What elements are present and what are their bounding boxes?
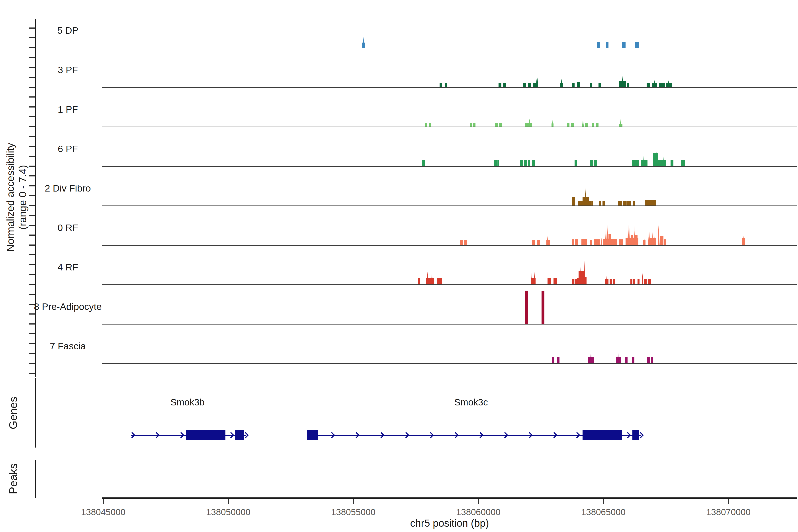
genes-bracket-line: [35, 378, 36, 448]
coverage-bar: [429, 123, 431, 127]
track-baseline: [102, 127, 797, 127]
coverage-bar: [627, 83, 629, 87]
gene-strand-arrow-icon: [452, 432, 459, 438]
coverage-bar: [584, 277, 587, 284]
gene-exon: [235, 430, 244, 440]
gene-strand-arrow-icon: [153, 432, 159, 438]
coverage-bar: [552, 119, 553, 127]
coverage-bar: [498, 83, 501, 87]
x-axis-tick-label: 138045000: [48, 507, 159, 518]
accessibility-axis-tick: [29, 234, 36, 235]
accessibility-axis-tick: [29, 294, 36, 295]
coverage-bar: [497, 160, 499, 166]
coverage-bar: [664, 240, 666, 245]
x-axis-tick-label: 138070000: [673, 507, 784, 518]
gene-strand-arrow-icon: [228, 432, 234, 438]
coverage-bar: [635, 235, 638, 245]
track-baseline: [102, 87, 797, 88]
coverage-bar: [528, 160, 530, 166]
gene-name-label: Smok3c: [404, 397, 537, 408]
coverage-bar: [629, 201, 631, 206]
coverage-bar: [658, 225, 660, 245]
coverage-bar: [644, 279, 647, 284]
accessibility-axis-tick: [29, 245, 36, 246]
gene-name-label: Smok3b: [121, 397, 254, 408]
coverage-bar: [592, 123, 594, 127]
coverage-bar: [591, 201, 593, 206]
accessibility-axis-tick: [29, 254, 36, 255]
coverage-bar: [633, 279, 634, 284]
coverage-bar: [567, 123, 569, 127]
accessibility-axis-tick: [29, 215, 36, 216]
accessibility-axis-tick: [29, 87, 36, 88]
x-axis-tick: [728, 499, 729, 504]
coverage-bar: [633, 226, 635, 245]
coverage-bar: [536, 75, 538, 87]
coverage-bar: [630, 279, 632, 284]
gene-strand-arrow-icon: [129, 432, 135, 438]
coverage-bar: [613, 279, 615, 284]
coverage-bar: [422, 160, 425, 166]
gene-strand-arrow-icon: [403, 432, 409, 438]
coverage-bar: [596, 123, 598, 127]
coverage-bar: [634, 42, 639, 48]
coverage-bar: [659, 83, 665, 87]
coverage-bar: [460, 240, 462, 245]
coverage-bar: [470, 123, 472, 127]
gene-strand-arrow-icon: [502, 432, 508, 438]
coverage-bar: [533, 83, 536, 87]
x-axis-tick: [103, 499, 104, 504]
peaks-bracket-line: [35, 460, 36, 498]
coverage-bar: [598, 83, 601, 87]
x-axis-tick-label: 138065000: [548, 507, 659, 518]
coverage-bar: [590, 160, 593, 166]
track-label-2-div-fibro: 2 Div Fibro: [4, 182, 131, 195]
coverage-bar: [620, 119, 621, 127]
genome-coverage-figure: Normalized accessibility (range 0 - 7.4)…: [0, 0, 798, 532]
coverage-bar: [647, 357, 650, 363]
peaks-section-label: Peaks: [7, 412, 20, 532]
coverage-bar: [520, 160, 523, 166]
coverage-bar: [532, 240, 534, 245]
track-label-7-fascia: 7 Fascia: [4, 339, 131, 353]
coverage-bar: [645, 200, 656, 206]
coverage-bar: [584, 188, 586, 206]
coverage-bar: [647, 83, 650, 87]
coverage-bar: [597, 42, 601, 48]
gene-strand-arrow-icon: [527, 432, 533, 438]
gene-strand-arrow-icon: [574, 432, 580, 438]
coverage-bar: [594, 160, 597, 166]
coverage-bar: [537, 240, 540, 245]
track-baseline: [102, 324, 797, 324]
coverage-bar: [552, 357, 554, 363]
coverage-bar: [632, 357, 634, 363]
coverage-bar: [553, 278, 557, 284]
accessibility-axis-tick: [29, 136, 36, 137]
accessibility-axis-tick: [29, 205, 36, 206]
coverage-bar: [651, 357, 653, 363]
gene-strand-arrow-icon: [477, 432, 483, 438]
track-baseline: [102, 206, 797, 206]
accessibility-axis-tick: [29, 166, 36, 167]
coverage-bar: [605, 226, 607, 245]
coverage-bar: [642, 273, 644, 284]
coverage-bar: [532, 160, 534, 166]
accessibility-axis-tick: [29, 175, 36, 176]
track-label-0-rf: 0 RF: [4, 221, 131, 234]
track-baseline: [102, 284, 797, 285]
coverage-bar: [445, 83, 447, 87]
coverage-bar: [658, 160, 662, 166]
track-label-6-pf: 6 PF: [4, 142, 131, 155]
coverage-bar: [618, 201, 622, 206]
coverage-bar: [572, 240, 574, 245]
coverage-bar: [629, 226, 631, 245]
coverage-bar: [548, 278, 551, 284]
track-baseline: [102, 245, 797, 246]
accessibility-axis-tick: [29, 333, 36, 334]
accessibility-axis-tick: [29, 126, 36, 127]
coverage-bar: [648, 279, 651, 284]
gene-exon: [307, 430, 318, 440]
coverage-bar: [582, 119, 584, 127]
track-label-8-pre-adipocyte: 8 Pre-Adipocyte: [4, 300, 131, 313]
track-baseline: [102, 166, 797, 167]
